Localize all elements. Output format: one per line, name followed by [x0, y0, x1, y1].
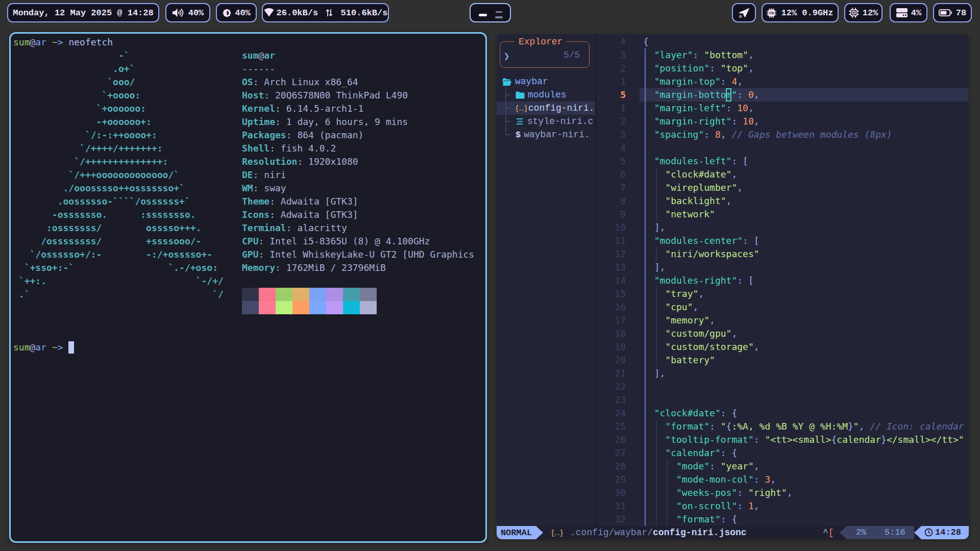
svg-text:CN: CN	[769, 11, 774, 15]
svg-text:{..}: {..}	[551, 529, 563, 537]
svg-text:{..}: {..}	[516, 105, 527, 113]
